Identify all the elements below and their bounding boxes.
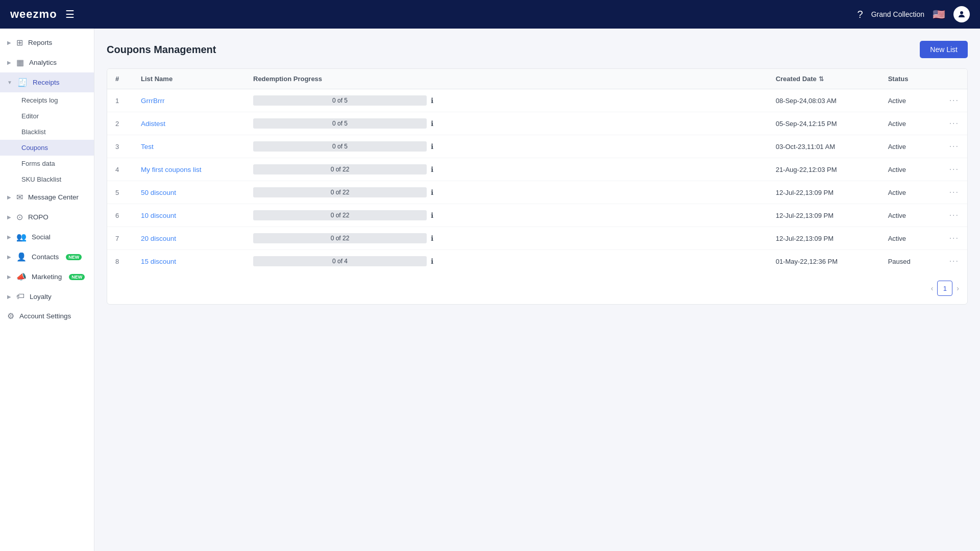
list-name-link[interactable]: GrrrBrrr [141,97,164,105]
info-icon[interactable]: ℹ [431,142,433,151]
sidebar-item-contacts[interactable]: ▶ 👤 Contacts NEW [0,247,94,267]
list-name-link[interactable]: Test [141,143,154,151]
analytics-icon: ▦ [16,58,24,67]
pagination-page-1[interactable]: 1 [937,281,952,296]
more-actions-button[interactable]: ··· [949,96,959,105]
cell-progress: 0 of 5 ℹ [245,135,768,158]
progress-text: 0 of 5 [332,143,348,150]
table-row: 4 My first coupons list 0 of 22 ℹ 21-Aug… [107,158,967,181]
top-nav: weezmo ☰ ? Grand Collection 🇺🇸 [0,0,980,29]
nav-right: ? Grand Collection 🇺🇸 [857,6,970,22]
social-icon: 👥 [16,232,27,242]
list-name-link[interactable]: 50 discount [141,189,176,196]
progress-bar: 0 of 5 [253,118,427,129]
sidebar-item-social[interactable]: ▶ 👥 Social [0,227,94,247]
cell-num: 1 [107,89,133,112]
more-actions-button[interactable]: ··· [949,211,959,220]
cell-actions: ··· [941,158,967,181]
main-content: Coupons Management New List # List Name … [94,29,980,551]
cell-name[interactable]: GrrrBrrr [133,89,245,112]
sidebar-sub-blacklist[interactable]: Blacklist [0,124,94,140]
table-row: 2 Adistest 0 of 5 ℹ 05-Sep-24,12:15 PM A… [107,112,967,135]
cell-name[interactable]: Test [133,135,245,158]
sidebar-item-label: Analytics [29,59,57,66]
user-avatar[interactable] [953,6,970,22]
sidebar-item-message-center[interactable]: ▶ ✉ Message Center [0,187,94,207]
list-name-link[interactable]: 20 discount [141,235,176,242]
more-actions-button[interactable]: ··· [949,234,959,243]
progress-text: 0 of 4 [332,258,348,265]
cell-name[interactable]: 15 discount [133,250,245,273]
more-actions-button[interactable]: ··· [949,188,959,197]
progress-bar: 0 of 4 [253,256,427,266]
info-icon[interactable]: ℹ [431,257,433,265]
help-icon[interactable]: ? [857,9,863,20]
cell-num: 4 [107,158,133,181]
arrow-down-icon: ▼ [7,80,12,85]
arrow-icon: ▶ [7,194,11,200]
cell-name[interactable]: 10 discount [133,204,245,227]
sidebar-sub-editor[interactable]: Editor [0,108,94,124]
sidebar-sub-sku-blacklist[interactable]: SKU Blacklist [0,171,94,187]
arrow-icon: ▶ [7,40,11,45]
sidebar-item-receipts[interactable]: ▼ 🧾 Receipts [0,72,94,92]
marketing-new-badge: NEW [69,274,85,280]
contacts-new-badge: NEW [66,254,82,260]
table-row: 5 50 discount 0 of 22 ℹ 12-Jul-22,13:09 … [107,181,967,204]
info-icon[interactable]: ℹ [431,165,433,173]
arrow-icon: ▶ [7,60,11,65]
cell-name[interactable]: 50 discount [133,181,245,204]
progress-bar: 0 of 5 [253,95,427,106]
info-icon[interactable]: ℹ [431,234,433,242]
sidebar-item-label: Contacts [32,253,59,261]
cell-status: Active [880,181,941,204]
sidebar-item-label: Loyalty [30,293,52,300]
info-icon[interactable]: ℹ [431,96,433,105]
new-list-button[interactable]: New List [920,41,968,58]
list-name-link[interactable]: 15 discount [141,258,176,265]
more-actions-button[interactable]: ··· [949,165,959,174]
cell-num: 8 [107,250,133,273]
info-icon[interactable]: ℹ [431,119,433,128]
sidebar-item-loyalty[interactable]: ▶ 🏷 Loyalty [0,287,94,306]
col-header-num: # [107,69,133,89]
more-actions-button[interactable]: ··· [949,257,959,266]
sidebar-item-ropo[interactable]: ▶ ⊙ ROPO [0,207,94,227]
progress-text: 0 of 22 [331,235,350,242]
sidebar-sub-forms-data[interactable]: Forms data [0,156,94,171]
list-name-link[interactable]: Adistest [141,120,165,128]
sidebar-item-label: Marketing [32,273,62,281]
hamburger-icon[interactable]: ☰ [65,8,75,20]
ropo-icon: ⊙ [16,212,23,222]
sidebar-sub-receipts-log[interactable]: Receipts log [0,92,94,108]
sidebar-item-marketing[interactable]: ▶ 📣 Marketing NEW [0,267,94,287]
logo: weezmo [10,8,57,21]
info-icon[interactable]: ℹ [431,211,433,219]
cell-actions: ··· [941,227,967,250]
cell-name[interactable]: My first coupons list [133,158,245,181]
col-header-date[interactable]: Created Date ⇅ [768,69,880,89]
more-actions-button[interactable]: ··· [949,142,959,151]
sort-icon: ⇅ [819,76,824,83]
pagination-next[interactable]: › [957,284,959,292]
progress-text: 0 of 5 [332,120,348,127]
arrow-icon: ▶ [7,254,11,260]
progress-bar: 0 of 22 [253,187,427,197]
progress-text: 0 of 22 [331,189,350,196]
list-name-link[interactable]: 10 discount [141,212,176,219]
sidebar-item-label: Account Settings [19,312,71,320]
sidebar-item-analytics[interactable]: ▶ ▦ Analytics [0,53,94,72]
cell-name[interactable]: Adistest [133,112,245,135]
cell-num: 7 [107,227,133,250]
list-name-link[interactable]: My first coupons list [141,166,202,173]
sidebar-item-account-settings[interactable]: ⚙ Account Settings [0,306,94,326]
sidebar-item-reports[interactable]: ▶ ⊞ Reports [0,33,94,53]
info-icon[interactable]: ℹ [431,188,433,196]
sidebar-sub-coupons[interactable]: Coupons [0,140,94,156]
cell-progress: 0 of 22 ℹ [245,158,768,181]
table-body: 1 GrrrBrrr 0 of 5 ℹ 08-Sep-24,08:03 AM A… [107,89,967,273]
more-actions-button[interactable]: ··· [949,119,959,128]
cell-name[interactable]: 20 discount [133,227,245,250]
pagination-prev[interactable]: ‹ [931,284,934,292]
cell-progress: 0 of 5 ℹ [245,89,768,112]
